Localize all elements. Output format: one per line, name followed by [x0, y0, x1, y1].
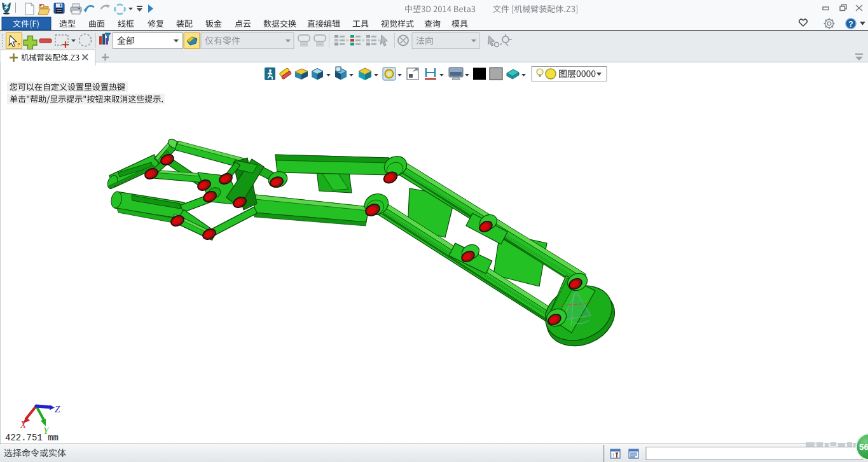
svg-text:Z: Z	[55, 404, 60, 414]
svg-text:X: X	[20, 419, 27, 430]
svg-text:?: ?	[17, 42, 20, 48]
svg-text:56: 56	[859, 442, 868, 452]
svg-text:422.751 mm: 422.751 mm	[5, 433, 59, 443]
svg-text:?: ?	[848, 20, 853, 29]
